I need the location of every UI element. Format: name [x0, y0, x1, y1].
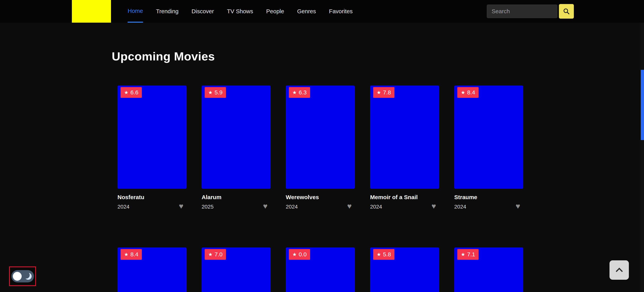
star-icon: ★ [124, 252, 128, 257]
star-icon: ★ [292, 252, 297, 257]
scrollbar-track[interactable] [641, 0, 644, 292]
movie-poster[interactable]: ★ 5.9 [202, 86, 271, 189]
star-icon: ★ [208, 252, 212, 257]
movie-card: ★ 7.8 Memoir of a Snail 2024 ♥ [370, 86, 439, 210]
movie-title[interactable]: Alarum [202, 194, 271, 201]
favorite-heart-icon[interactable]: ♥ [263, 202, 268, 210]
movie-poster[interactable]: ★ 7.8 [370, 86, 439, 189]
movie-info: Alarum 2025 ♥ [202, 194, 271, 210]
movie-poster[interactable]: ★ 0.0 [286, 247, 355, 292]
movie-title[interactable]: Memoir of a Snail [370, 194, 439, 201]
nav-item-home[interactable]: Home [128, 0, 143, 23]
favorite-heart-icon[interactable]: ♥ [432, 202, 436, 210]
nav-item-tv-shows[interactable]: TV Shows [227, 0, 253, 23]
sun-knob-icon [13, 272, 22, 281]
search-icon [563, 8, 570, 15]
page-title: Upcoming Movies [112, 50, 215, 63]
rating-badge: ★ 8.4 [457, 87, 478, 98]
rating-value: 7.8 [383, 90, 391, 95]
movie-title[interactable]: Straume [454, 194, 523, 201]
rating-badge: ★ 8.4 [120, 249, 142, 260]
rating-value: 5.9 [214, 90, 222, 95]
movie-title[interactable]: Werewolves [286, 194, 355, 201]
star-icon: ★ [376, 90, 381, 95]
scroll-to-top-button[interactable] [610, 260, 629, 280]
rating-value: 6.6 [130, 90, 138, 95]
rating-value: 7.1 [467, 251, 475, 257]
movie-poster[interactable]: ★ 5.8 [370, 247, 439, 292]
movie-poster[interactable]: ★ 8.4 [118, 247, 186, 292]
moon-icon [25, 273, 32, 280]
movie-poster[interactable]: ★ 7.1 [454, 247, 523, 292]
movie-year: 2024 [370, 204, 439, 210]
search-button[interactable] [559, 4, 574, 19]
movie-poster[interactable]: ★ 6.3 [286, 86, 355, 189]
movie-poster[interactable]: ★ 8.4 [454, 86, 523, 189]
star-icon: ★ [208, 90, 212, 95]
movie-year: 2024 [286, 204, 355, 210]
movie-card: ★ 7.1 [454, 247, 523, 292]
movie-info: Werewolves 2024 ♥ [286, 194, 355, 210]
chevron-up-icon [616, 268, 623, 275]
star-icon: ★ [292, 90, 297, 95]
favorite-heart-icon[interactable]: ♥ [179, 202, 184, 210]
navbar: Home Trending Discover TV Shows People G… [0, 0, 644, 23]
star-icon: ★ [376, 252, 381, 257]
rating-value: 6.3 [298, 90, 307, 95]
search-input[interactable] [487, 5, 557, 18]
movie-card: ★ 7.0 [202, 247, 271, 292]
rating-badge: ★ 7.1 [457, 249, 478, 260]
search-bar [487, 4, 574, 19]
movie-poster[interactable]: ★ 6.6 [118, 86, 186, 189]
nav-item-trending[interactable]: Trending [156, 0, 178, 23]
favorite-heart-icon[interactable]: ♥ [347, 202, 352, 210]
rating-value: 8.4 [130, 251, 138, 257]
rating-value: 7.0 [214, 251, 222, 257]
star-icon: ★ [124, 90, 128, 95]
rating-badge: ★ 5.9 [205, 87, 226, 98]
nav-item-favorites[interactable]: Favorites [329, 0, 353, 23]
rating-badge: ★ 5.8 [373, 249, 394, 260]
nav-item-genres[interactable]: Genres [297, 0, 316, 23]
rating-badge: ★ 7.0 [205, 249, 226, 260]
movie-year: 2024 [118, 204, 186, 210]
rating-value: 8.4 [467, 90, 475, 95]
main-nav: Home Trending Discover TV Shows People G… [128, 0, 353, 23]
movie-info: Nosferatu 2024 ♥ [118, 194, 186, 210]
movie-info: Straume 2024 ♥ [454, 194, 523, 210]
movie-card: ★ 8.4 [118, 247, 186, 292]
rating-badge: ★ 7.8 [373, 87, 394, 98]
movie-card: ★ 8.4 Straume 2024 ♥ [454, 86, 523, 210]
movie-card: ★ 5.8 [370, 247, 439, 292]
movie-card: ★ 5.9 Alarum 2025 ♥ [202, 86, 271, 210]
rating-badge: ★ 6.6 [120, 87, 142, 98]
rating-value: 5.8 [383, 251, 391, 257]
rating-badge: ★ 0.0 [289, 249, 310, 260]
nav-item-discover[interactable]: Discover [192, 0, 214, 23]
rating-badge: ★ 6.3 [289, 87, 310, 98]
movie-year: 2024 [454, 204, 523, 210]
rating-value: 0.0 [298, 251, 307, 257]
favorite-heart-icon[interactable]: ♥ [516, 202, 520, 210]
star-icon: ★ [461, 252, 465, 257]
nav-item-people[interactable]: People [266, 0, 284, 23]
site-logo[interactable] [72, 0, 111, 23]
movie-title[interactable]: Nosferatu [118, 194, 186, 201]
movie-year: 2025 [202, 204, 271, 210]
theme-toggle[interactable] [11, 270, 34, 282]
movie-card: ★ 6.6 Nosferatu 2024 ♥ [118, 86, 186, 210]
movie-info: Memoir of a Snail 2024 ♥ [370, 194, 439, 210]
star-icon: ★ [461, 90, 465, 95]
movie-card: ★ 0.0 [286, 247, 355, 292]
movie-poster[interactable]: ★ 7.0 [202, 247, 271, 292]
scrollbar-thumb[interactable] [641, 70, 644, 140]
movie-card: ★ 6.3 Werewolves 2024 ♥ [286, 86, 355, 210]
theme-toggle-highlight [9, 266, 36, 286]
